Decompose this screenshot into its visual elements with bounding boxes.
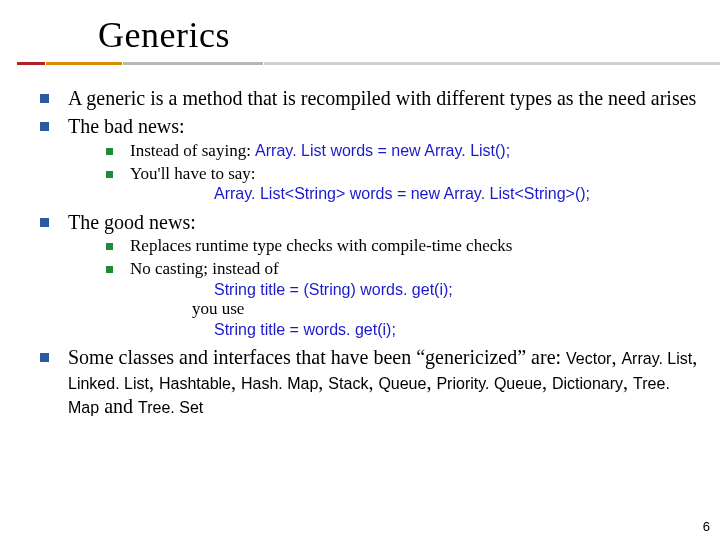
class-name: Priority. Queue <box>436 375 542 392</box>
slide-body: A generic is a method that is recompiled… <box>34 86 702 423</box>
bullet-text: The good news: <box>68 211 196 233</box>
class-name: Linked. List <box>68 375 149 392</box>
class-name: Hashtable <box>159 375 231 392</box>
class-name: Hash. Map <box>241 375 318 392</box>
sub-text: Instead of saying: <box>130 141 255 160</box>
class-name: Tree. Set <box>138 399 203 416</box>
sub-text: Replaces runtime type checks with compil… <box>130 236 512 255</box>
slide: Generics A generic is a method that is r… <box>0 0 720 540</box>
code-text: String title = words. get(i); <box>130 320 702 340</box>
class-name: Queue <box>378 375 426 392</box>
class-name: Stack <box>328 375 368 392</box>
bullet-good-news: The good news: Replaces runtime type che… <box>34 210 702 340</box>
sub-bullet-instead: Instead of saying: Array. List words = n… <box>68 141 702 162</box>
bullet-list: A generic is a method that is recompiled… <box>34 86 702 419</box>
code-text: Array. List words = new Array. List(); <box>255 142 510 159</box>
sub-text: you use <box>130 299 702 320</box>
title-wrap: Generics <box>98 14 230 56</box>
slide-title: Generics <box>98 14 230 56</box>
sub-list: Replaces runtime type checks with compil… <box>68 236 702 339</box>
bullet-text: A generic is a method that is recompiled… <box>68 87 696 109</box>
code-text: Array. List<String> words = new Array. L… <box>130 184 702 204</box>
code-text: String title = (String) words. get(i); <box>130 280 702 300</box>
bullet-genericized-classes: Some classes and interfaces that have be… <box>34 345 702 418</box>
sub-bullet-compile-time: Replaces runtime type checks with compil… <box>68 236 702 257</box>
title-underline <box>0 62 720 66</box>
sub-bullet-no-casting: No casting; instead of String title = (S… <box>68 259 702 340</box>
sub-text: No casting; instead of <box>130 259 279 278</box>
sub-bullet-have-to-say: You'll have to say: Array. List<String> … <box>68 164 702 204</box>
page-number: 6 <box>703 519 710 534</box>
sub-text: You'll have to say: <box>130 164 256 183</box>
bullet-bad-news: The bad news: Instead of saying: Array. … <box>34 114 702 203</box>
bullet-text: The bad news: <box>68 115 185 137</box>
class-name: Dictionary <box>552 375 623 392</box>
bullet-text: Some classes and interfaces that have be… <box>68 346 566 368</box>
bullet-generic-def: A generic is a method that is recompiled… <box>34 86 702 110</box>
class-name: Array. List <box>621 350 692 367</box>
sub-list: Instead of saying: Array. List words = n… <box>68 141 702 204</box>
class-name: Vector <box>566 350 611 367</box>
